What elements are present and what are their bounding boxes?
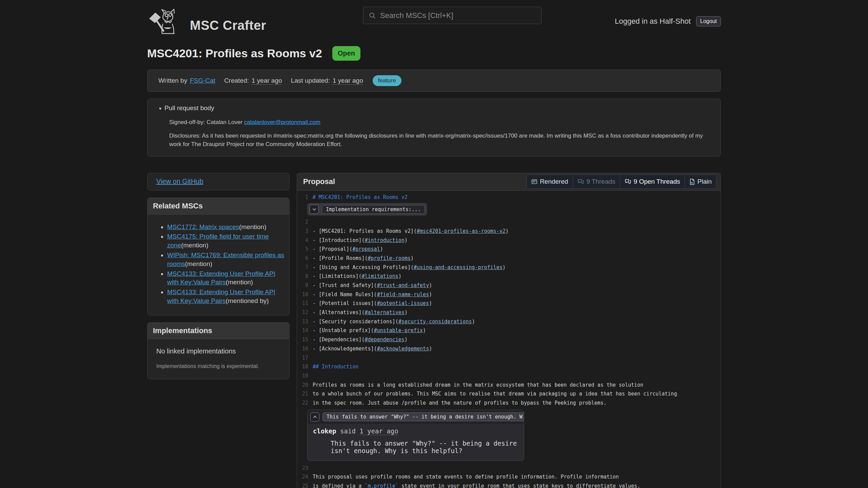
updated-value: 1 year ago — [333, 77, 363, 85]
related-mscs-header: Related MSCs — [147, 198, 289, 215]
related-msc-item: MSC4133: Extending User Profile API with… — [167, 288, 284, 305]
code-line: 23 — [297, 464, 721, 473]
view-on-github-card: View on GitHub — [147, 173, 290, 190]
plain-view-button[interactable]: 01 Plain — [685, 175, 716, 188]
related-msc-item: MSC1772: Matrix spaces(mention) — [167, 223, 284, 231]
code-line: 15- [Dependencies](#dependencies) — [297, 335, 721, 344]
signed-off-email-link[interactable]: catalanlover@protonmail.com — [244, 119, 320, 125]
pr-body-card: ▾Pull request body Signed-off-by: Catala… — [147, 99, 721, 157]
code-line: 19 — [297, 371, 721, 381]
related-msc-link[interactable]: WIPish: MSC1769: Extensible profiles as … — [167, 251, 284, 267]
implementations-header: Implementations — [147, 323, 289, 339]
line-number: 4 — [297, 236, 313, 245]
chevron-up-icon — [313, 414, 317, 419]
code-anchor-link[interactable]: #trust-and-safety — [377, 282, 429, 288]
code-line: 3- [MSC4201: Profiles as Rooms v2](#msc4… — [297, 227, 721, 236]
code-line: 25is defined via a `m.profile` state eve… — [297, 482, 721, 488]
line-number: 2 — [297, 218, 313, 227]
threads-icon — [577, 179, 584, 185]
code-anchor-link[interactable]: #security-considerations — [398, 319, 472, 325]
thread-preview-pill[interactable]: Implementation requirements:... — [322, 205, 425, 214]
updated-label: Last updated: — [291, 77, 330, 84]
line-number: 9 — [297, 281, 313, 290]
status-badge: Open — [332, 46, 360, 61]
logout-button[interactable]: Logout — [696, 16, 721, 26]
code-anchor-link[interactable]: #using-and-accessing-profiles — [414, 264, 502, 270]
svg-text:01: 01 — [691, 181, 693, 184]
code-line: 14- [Unstable prefix](#unstable-prefix) — [297, 326, 721, 335]
code-line: 2 — [297, 218, 721, 227]
comment-author: clokep — [313, 427, 336, 435]
line-number: 12 — [297, 308, 313, 317]
code-anchor-link[interactable]: #proposal — [352, 246, 380, 252]
view-on-github-link[interactable]: View on GitHub — [156, 178, 203, 185]
related-msc-item: WIPish: MSC1769: Extensible profiles as … — [167, 251, 284, 268]
line-number: 16 — [297, 344, 313, 353]
disclosures-paragraph: Disclosures: As it has been requested in… — [169, 131, 706, 149]
related-msc-list: MSC1772: Matrix spaces(mention)MSC4175: … — [147, 223, 284, 305]
created-label: Created: — [224, 77, 249, 84]
code-line: 9- [Trust and Safety](#trust-and-safety) — [297, 281, 721, 290]
code-line: 17 — [297, 353, 721, 363]
code-anchor-link[interactable]: #alternatives — [365, 309, 405, 316]
code-anchor-link[interactable]: #acknowledgements — [377, 346, 429, 352]
implementations-note: Implementations matching is experimental… — [156, 363, 282, 369]
threads-icon — [625, 179, 631, 185]
line-number: 18 — [297, 362, 313, 371]
pr-body-summary[interactable]: ▾Pull request body — [147, 104, 721, 112]
code-line: 24This proposal uses profile rooms and s… — [297, 472, 721, 482]
line-number: 17 — [297, 353, 313, 363]
rendered-icon — [531, 179, 537, 185]
code-anchor-link[interactable]: #limitations — [362, 273, 398, 279]
line-number: 14 — [297, 326, 313, 335]
search-icon — [369, 12, 376, 19]
code-anchor-link[interactable]: #dependencies — [365, 337, 405, 343]
collapse-thread-button[interactable] — [310, 412, 319, 422]
code-line: 18## Introduction — [297, 362, 721, 371]
code-line: 13- [Security considerations](#security-… — [297, 317, 721, 326]
related-msc-item: MSC4133: Extending User Profile API with… — [167, 269, 284, 287]
code-line: 12- [Alternatives](#alternatives) — [297, 308, 721, 317]
related-msc-suffix: (mention) — [185, 260, 212, 267]
app-title: MSC Crafter — [190, 18, 266, 34]
thread-preview-pill[interactable]: This fails to answer "Why?" -- it being … — [322, 412, 524, 421]
search-input[interactable] — [380, 11, 536, 20]
rendered-view-button[interactable]: Rendered — [527, 175, 572, 188]
collapsed-thread: Implementation requirements:... — [307, 203, 427, 216]
author-link[interactable]: FSG-Cat — [190, 77, 215, 84]
code-anchor-link[interactable]: #msc4201-profiles-as-rooms-v2 — [417, 228, 506, 234]
implementations-empty-text: No linked implementations — [156, 347, 282, 355]
line-number: 8 — [297, 272, 313, 281]
expand-thread-button[interactable] — [310, 205, 319, 214]
line-number: 22 — [297, 399, 313, 408]
code-line: 20Profiles as rooms is a long establishe… — [297, 381, 721, 390]
line-number: 3 — [297, 227, 313, 236]
written-by-label: Written by — [158, 77, 187, 84]
title-row: MSC4201: Profiles as Rooms v2 Open — [147, 46, 721, 61]
code-anchor-link[interactable]: #profile-rooms — [368, 255, 411, 261]
line-number: 6 — [297, 254, 313, 263]
line-number: 7 — [297, 263, 313, 272]
code-line: 10- [Field Name Rules](#field-name-rules… — [297, 290, 721, 299]
page-title: MSC4201: Profiles as Rooms v2 — [147, 47, 322, 60]
line-number: 1 — [297, 193, 313, 202]
proposal-header: Proposal Rendered 9 Threads 9 Open Threa… — [297, 173, 721, 191]
code-anchor-link[interactable]: #field-name-rules — [377, 291, 429, 298]
code-line: 5- [Proposal](#proposal) — [297, 245, 721, 254]
mascot-logo — [147, 8, 181, 34]
open-threads-button[interactable]: 9 Open Threads — [620, 175, 685, 188]
collapse-triangle-icon: ▾ — [159, 106, 161, 111]
search-box[interactable] — [363, 7, 541, 24]
code-line: 11- [Potential issues](#potential-issues… — [297, 299, 721, 308]
threads-button[interactable]: 9 Threads — [573, 175, 620, 188]
related-msc-link[interactable]: MSC4133: Extending User Profile API with… — [167, 270, 275, 286]
related-msc-link[interactable]: MSC1772: Matrix spaces — [167, 223, 239, 230]
line-number: 19 — [297, 371, 313, 381]
code-anchor-link[interactable]: #introduction — [365, 237, 405, 243]
code-line: 22in the spec room. Just abuse /profile … — [297, 399, 721, 408]
signed-off-line: Signed-off-by: Catalan Lover catalanlove… — [169, 118, 706, 127]
code-line: 1# MSC4201: Profiles as Rooms v2 — [297, 193, 721, 202]
code-anchor-link[interactable]: #potential-issues — [377, 300, 429, 306]
code-anchor-link[interactable]: #unstable-prefix — [374, 327, 423, 333]
code-area: 1# MSC4201: Profiles as Rooms v2 Impleme… — [297, 191, 721, 488]
